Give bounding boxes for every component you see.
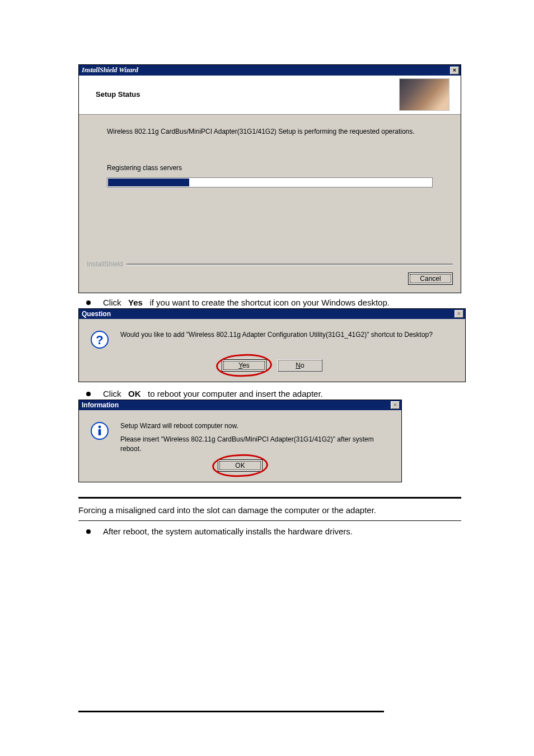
divider-thin — [78, 520, 461, 521]
svg-text:?: ? — [96, 333, 103, 347]
wizard-footer: InstallShield Cancel — [79, 255, 461, 293]
information-line2: Please insert "Wireless 802.11g CardBus/… — [120, 435, 390, 454]
instruction-after-reboot: After reboot, the system automatically i… — [86, 527, 461, 536]
instruction-hotkey: OK — [128, 389, 141, 398]
cancel-button[interactable]: Cancel — [408, 273, 453, 285]
question-icon: ? — [90, 330, 109, 349]
close-icon[interactable]: × — [391, 401, 400, 409]
question-message: Would you like to add "Wireless 802.11g … — [120, 330, 454, 340]
instruction-rest: if you want to create the shortcut icon … — [149, 298, 390, 307]
instruction-ok: Click OK to reboot your computer and ins… — [86, 389, 461, 398]
page-footer-rule — [78, 711, 384, 712]
highlight-ring: Yes — [222, 359, 266, 372]
question-dialog: Question × ? Would you like to add "Wire… — [78, 308, 466, 382]
wizard-title: InstallShield Wizard — [82, 66, 138, 74]
information-line1: Setup Wizard will reboot computer now. — [120, 421, 390, 431]
information-titlebar: Information × — [79, 400, 401, 410]
caution-text: Forcing a misaligned card into the slot … — [78, 505, 461, 515]
wizard-description: Wireless 802.11g CardBus/MiniPCI Adapter… — [107, 127, 433, 136]
divider-heavy — [78, 497, 461, 499]
close-icon[interactable]: × — [450, 67, 459, 74]
instruction-hotkey: Yes — [128, 298, 143, 307]
instruction-yes: Click Yes if you want to create the shor… — [86, 298, 461, 307]
installshield-wizard-window: InstallShield Wizard × Setup Status Wire… — [78, 64, 461, 293]
svg-point-3 — [99, 426, 101, 429]
instruction-click: Click — [103, 298, 121, 307]
yes-button[interactable]: Yes — [222, 359, 266, 372]
bullet-icon — [86, 392, 91, 396]
progress-bar — [107, 177, 433, 187]
wizard-header: Setup Status — [79, 76, 461, 115]
wizard-header-title: Setup Status — [96, 90, 140, 98]
after-reboot-text: After reboot, the system automatically i… — [103, 527, 353, 536]
wizard-status-text: Registering class servers — [107, 164, 433, 172]
information-dialog: Information × Setup Wizard will reboot c… — [78, 400, 402, 482]
svg-rect-4 — [99, 429, 101, 435]
no-button[interactable]: No — [278, 359, 322, 372]
wizard-titlebar: InstallShield Wizard × — [79, 65, 461, 76]
information-buttons: OK — [79, 459, 401, 482]
instruction-rest: to reboot your computer and insert the a… — [148, 389, 323, 398]
installshield-brand: InstallShield — [87, 260, 123, 268]
highlight-ring: OK — [218, 459, 263, 472]
instruction-click: Click — [103, 389, 121, 398]
question-body: ? Would you like to add "Wireless 802.11… — [79, 319, 465, 359]
information-icon — [90, 421, 109, 440]
question-titlebar: Question × — [79, 309, 465, 319]
question-title: Question — [82, 310, 111, 318]
wizard-body: Wireless 802.11g CardBus/MiniPCI Adapter… — [79, 115, 461, 255]
bullet-icon — [86, 529, 91, 534]
close-icon[interactable]: × — [455, 310, 463, 318]
wizard-header-graphic — [399, 78, 449, 111]
ok-button[interactable]: OK — [218, 459, 263, 472]
information-title: Information — [82, 401, 119, 409]
question-buttons: Yes No — [79, 359, 465, 382]
bullet-icon — [86, 300, 91, 305]
progress-fill — [108, 179, 189, 186]
information-body: Setup Wizard will reboot computer now. P… — [79, 410, 401, 459]
